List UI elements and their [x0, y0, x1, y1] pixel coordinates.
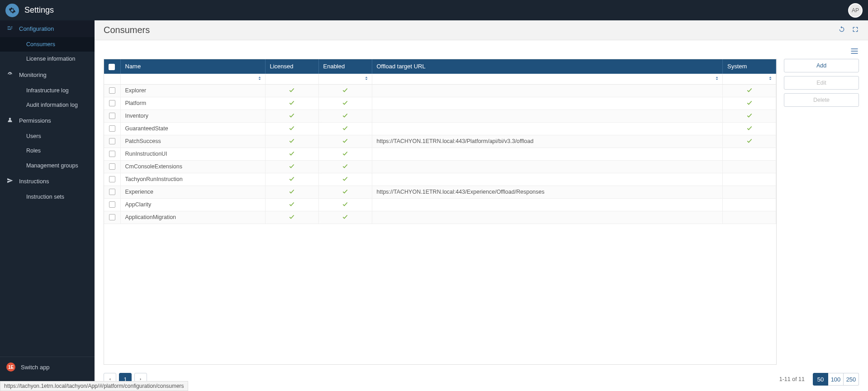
check-icon	[342, 114, 348, 120]
sidebar-section-monitoring[interactable]: Monitoring	[0, 67, 95, 83]
table-row[interactable]: Platform	[104, 97, 776, 110]
check-icon	[746, 139, 753, 145]
sort-enabled-icon[interactable]	[364, 76, 369, 82]
cell-system	[723, 84, 776, 97]
sidebar-item-audit-information-log[interactable]: Audit information log	[0, 98, 95, 112]
check-icon	[746, 114, 753, 120]
sidebar-nav: ConfigurationConsumersLicense informatio…	[0, 20, 95, 357]
hamburger-icon[interactable]	[850, 47, 859, 57]
cell-licensed	[265, 135, 318, 148]
add-button[interactable]: Add	[784, 59, 859, 72]
row-checkbox[interactable]	[109, 125, 115, 132]
sort-offload-icon[interactable]	[714, 76, 720, 82]
paper-plane-icon	[6, 177, 14, 185]
sidebar-item-license-information[interactable]: License information	[0, 52, 95, 66]
cell-enabled	[318, 198, 372, 211]
table-row[interactable]: GuaranteedState	[104, 122, 776, 135]
cell-licensed	[265, 84, 318, 97]
sidebar: ConfigurationConsumersLicense informatio…	[0, 20, 95, 391]
col-name-header[interactable]: Name	[120, 59, 265, 74]
consumers-table: Name Licensed Enabled Offload target URL…	[104, 59, 777, 365]
cell-system	[723, 211, 776, 224]
col-enabled-header[interactable]: Enabled	[318, 59, 372, 74]
sidebar-section-instructions[interactable]: Instructions	[0, 173, 95, 190]
cell-name: TachyonRunInstruction	[120, 173, 265, 186]
cell-system	[723, 97, 776, 110]
cell-licensed	[265, 122, 318, 135]
check-icon	[746, 101, 753, 107]
sidebar-item-infrastructure-log[interactable]: Infrastructure log	[0, 83, 95, 98]
cell-offload-url	[372, 122, 723, 135]
table-row[interactable]: TachyonRunInstruction	[104, 173, 776, 186]
row-checkbox[interactable]	[109, 100, 115, 106]
app-logo	[5, 4, 19, 17]
page-size-50[interactable]: 50	[813, 373, 828, 386]
cell-offload-url: https://TACHYON.1ETRN.local:443/Platform…	[372, 135, 723, 148]
row-checkbox[interactable]	[109, 151, 115, 157]
gauge-icon	[6, 71, 14, 79]
user-avatar[interactable]: AP	[848, 3, 863, 18]
row-checkbox[interactable]	[109, 163, 115, 170]
sidebar-item-users[interactable]: Users	[0, 129, 95, 143]
check-icon	[342, 152, 348, 158]
cell-offload-url: https://TACHYON.1ETRN.local:443/Experien…	[372, 186, 723, 198]
cell-system	[723, 160, 776, 173]
row-checkbox[interactable]	[109, 189, 115, 195]
sort-name-icon[interactable]	[257, 76, 262, 82]
sidebar-item-instruction-sets[interactable]: Instruction sets	[0, 190, 95, 204]
col-checkbox-header[interactable]	[104, 59, 120, 74]
table-row[interactable]: PatchSuccesshttps://TACHYON.1ETRN.local:…	[104, 135, 776, 148]
row-checkbox[interactable]	[109, 87, 115, 94]
page-size-250[interactable]: 250	[844, 373, 859, 386]
delete-button[interactable]: Delete	[784, 93, 859, 107]
sidebar-item-roles[interactable]: Roles	[0, 143, 95, 158]
table-row[interactable]: RunInstructionUI	[104, 148, 776, 160]
cell-name: RunInstructionUI	[120, 148, 265, 160]
check-icon	[342, 101, 348, 107]
check-icon	[289, 114, 295, 120]
row-checkbox[interactable]	[109, 201, 115, 208]
sidebar-item-consumers[interactable]: Consumers	[0, 37, 95, 52]
check-icon	[342, 202, 348, 209]
check-icon	[342, 215, 348, 221]
cell-system	[723, 198, 776, 211]
row-checkbox[interactable]	[109, 214, 115, 220]
check-icon	[342, 139, 348, 145]
expand-icon[interactable]	[852, 26, 859, 34]
check-icon	[746, 126, 753, 133]
sidebar-section-label: Permissions	[19, 117, 51, 124]
table-row[interactable]: ApplicationMigration	[104, 211, 776, 224]
sidebar-item-management-groups[interactable]: Management groups	[0, 158, 95, 173]
cell-name: Experience	[120, 186, 265, 198]
cell-name: ApplicationMigration	[120, 211, 265, 224]
refresh-icon[interactable]	[838, 26, 845, 34]
table-row[interactable]: AppClarity	[104, 198, 776, 211]
sidebar-section-permissions[interactable]: Permissions	[0, 112, 95, 129]
check-icon	[342, 88, 348, 95]
status-bar-url: https://tachyon.1etrn.local/tachyon/App/…	[0, 381, 188, 391]
table-row[interactable]: Inventory	[104, 110, 776, 122]
row-checkbox[interactable]	[109, 176, 115, 182]
table-row[interactable]: Experiencehttps://TACHYON.1ETRN.local:44…	[104, 186, 776, 198]
page-size-selector: 50100250	[813, 373, 859, 386]
row-checkbox[interactable]	[109, 113, 115, 119]
cell-system	[723, 135, 776, 148]
col-licensed-header[interactable]: Licensed	[265, 59, 318, 74]
col-system-header[interactable]: System	[723, 59, 776, 74]
cell-name: AppClarity	[120, 198, 265, 211]
sidebar-section-configuration[interactable]: Configuration	[0, 20, 95, 37]
cell-enabled	[318, 173, 372, 186]
table-row[interactable]: CmConsoleExtensions	[104, 160, 776, 173]
switch-app[interactable]: 1E Switch app	[0, 357, 95, 377]
edit-button[interactable]: Edit	[784, 76, 859, 90]
check-icon	[289, 126, 295, 133]
sort-system-icon[interactable]	[768, 76, 773, 82]
row-checkbox[interactable]	[109, 138, 115, 144]
table-row[interactable]: Explorer	[104, 84, 776, 97]
col-offload-header[interactable]: Offload target URL	[372, 59, 723, 74]
cell-name: Explorer	[120, 84, 265, 97]
cell-enabled	[318, 110, 372, 122]
check-icon	[342, 126, 348, 133]
page-size-100[interactable]: 100	[828, 373, 844, 386]
cell-offload-url	[372, 173, 723, 186]
